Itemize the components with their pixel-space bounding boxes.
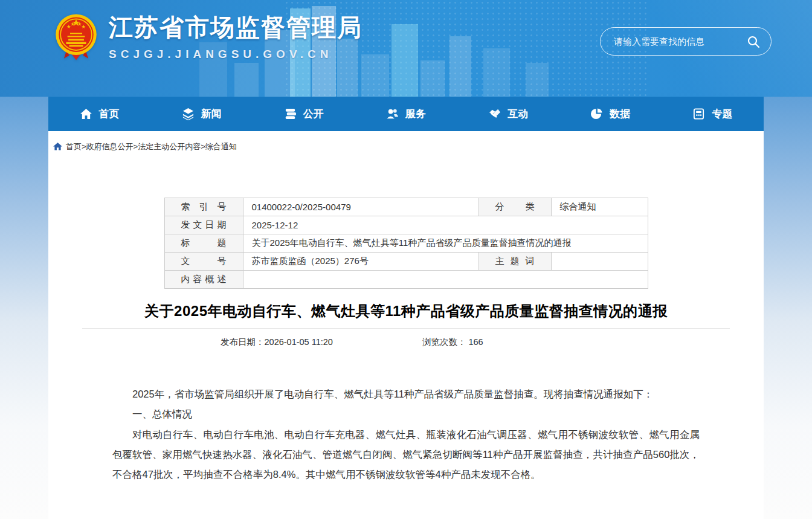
nav-label: 新闻 [201,107,222,121]
breadcrumb-home-icon [53,143,62,150]
publish-date: 发布日期：2026-01-05 11:20 [221,337,333,348]
article-body: 2025年，省市场监管局组织开展了电动自行车、燃气灶具等11种产品省级产品质量监… [112,384,700,485]
article-paragraph: 一、总体情况 [112,404,700,424]
title-divider [82,328,730,329]
breadcrumb-trail[interactable]: 首页>政府信息公开>法定主动公开内容>综合通知 [66,141,237,152]
disclosure-icon [284,108,297,120]
doc-title-value: 关于2025年电动自行车、燃气灶具等11种产品省级产品质量监督抽查情况的通报 [243,234,648,253]
data-icon [590,108,603,120]
category-label: 分类 [478,198,551,216]
article-paragraph: 2025年，省市场监管局组织开展了电动自行车、燃气灶具等11种产品省级产品质量监… [112,384,700,404]
site-logo: 江苏省市场监督管理局 SCJGJ.JIANGSU.GOV.CN [54,13,362,61]
index-number-value: 01400022-0/2025-00479 [243,198,478,216]
table-row: 标题 关于2025年电动自行车、燃气灶具等11种产品省级产品质量监督抽查情况的通… [164,234,648,253]
summary-label: 内容概述 [164,271,243,289]
search-box[interactable] [600,27,772,56]
issue-date-value: 2025-12-12 [243,216,648,234]
page-title: 关于2025年电动自行车、燃气灶具等11种产品省级产品质量监督抽查情况的通报 [115,297,697,325]
search-icon[interactable] [747,35,760,48]
site-domain: SCJGJ.JIANGSU.GOV.CN [109,48,362,61]
breadcrumb: 首页>政府信息公开>法定主动公开内容>综合通知 [48,131,764,153]
table-row: 发文日期 2025-12-12 [164,216,648,234]
site-title: 江苏省市场监督管理局 [109,14,362,40]
keywords-label: 主题词 [478,253,551,271]
view-count-value: 166 [468,337,483,347]
nav-label: 数据 [610,107,630,121]
nav-label: 专题 [712,107,732,121]
issue-date-label: 发文日期 [164,216,243,234]
nav-label: 服务 [405,107,426,121]
category-value: 综合通知 [551,198,648,216]
site-header: 江苏省市场监督管理局 SCJGJ.JIANGSU.GOV.CN [0,0,812,97]
nav-item-services[interactable]: 服务 [355,97,457,131]
nav-item-data[interactable]: 数据 [559,97,662,131]
doc-number-value: 苏市监质监函（2025）276号 [243,253,478,271]
nav-item-home[interactable]: 首页 [48,97,150,131]
summary-value [243,271,648,289]
nav-item-disclosure[interactable]: 公开 [253,97,355,131]
home-icon [80,108,92,120]
publish-date-label: 发布日期： [221,337,265,347]
nav-label: 互动 [507,107,528,121]
document-meta-table: 索引号 01400022-0/2025-00479 分类 综合通知 发文日期 2… [164,198,648,289]
nav-item-topics[interactable]: 专题 [662,97,764,131]
table-row: 文号 苏市监质监函（2025）276号 主题词 [164,253,648,271]
interaction-icon [488,108,501,120]
doc-number-label: 文号 [164,253,243,271]
article-paragraph: 对电动自行车、电动自行车电池、电动自行车充电器、燃气灶具、瓶装液化石油气调压器、… [112,425,700,485]
table-row: 索引号 01400022-0/2025-00479 分类 综合通知 [164,198,648,216]
nav-item-interaction[interactable]: 互动 [457,97,559,131]
view-count: 浏览次数： 166 [422,337,483,348]
doc-title-label: 标题 [164,234,243,253]
keywords-value [551,253,648,271]
article-meta-row: 发布日期：2026-01-05 11:20 浏览次数： 166 [48,337,764,348]
national-emblem-icon [54,13,98,61]
nav-item-news[interactable]: 新闻 [150,97,253,131]
nav-label: 首页 [99,107,120,121]
table-row: 内容概述 [164,271,648,289]
content-area: 首页>政府信息公开>法定主动公开内容>综合通知 索引号 01400022-0/2… [48,131,764,519]
search-input[interactable] [614,36,747,47]
index-number-label: 索引号 [164,198,243,216]
publish-date-value: 2026-01-05 11:20 [265,337,333,347]
news-icon [182,108,195,120]
nav-label: 公开 [303,107,324,121]
services-icon [386,108,399,120]
view-count-label: 浏览次数： [422,337,466,347]
main-nav: 首页 新闻 公开 服务 互动 [48,97,764,131]
topics-icon [692,108,705,120]
